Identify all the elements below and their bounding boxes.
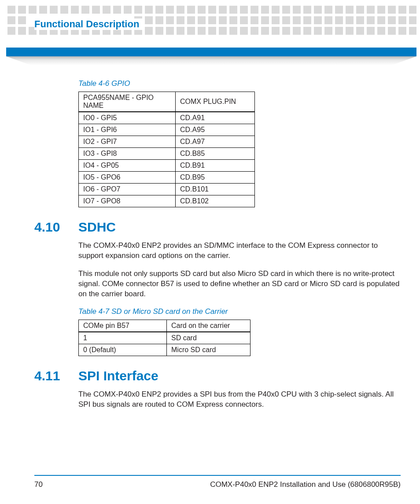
- decor-square: [39, 6, 47, 14]
- table-header-cell: COMe pin B57: [79, 320, 167, 332]
- table-caption-sd: Table 4-7 SD or Micro SD card on the Car…: [78, 307, 401, 316]
- table-cell: CD.B102: [176, 195, 255, 207]
- body-paragraph: The COMX-P40x0 ENP2 provides an SD/MMC i…: [78, 241, 401, 261]
- decor-square: [261, 6, 269, 14]
- decor-square: [177, 6, 184, 14]
- decor-square: [251, 27, 258, 35]
- decor-square: [229, 27, 237, 35]
- decor-square: [377, 6, 385, 14]
- decor-square: [388, 6, 396, 14]
- decor-square: [367, 6, 375, 14]
- table-row: IO3 - GPI8CD.B85: [79, 148, 255, 160]
- decor-square: [388, 27, 396, 35]
- table-gpio: PCA955NAME - GPIO NAME COMX PLUG.PIN IO0…: [78, 92, 255, 207]
- table-cell: CD.A97: [176, 136, 255, 148]
- table-row: IO4 - GP05CD.B91: [79, 160, 255, 172]
- decor-square: [219, 27, 227, 35]
- decor-square: [71, 6, 79, 14]
- decor-square: [251, 6, 258, 14]
- decor-square: [335, 16, 343, 24]
- decor-square: [155, 6, 163, 14]
- section-heading-spi: SPI Interface: [78, 368, 158, 383]
- body-paragraph: This module not only supports SD card bu…: [78, 269, 401, 299]
- table-row: IO6 - GPO7CD.B101: [79, 184, 255, 195]
- decor-square: [282, 6, 290, 14]
- decor-square: [145, 6, 153, 14]
- table-caption-gpio: Table 4-6 GPIO: [78, 79, 401, 88]
- decor-square: [398, 6, 406, 14]
- table-row: IO1 - GPI6CD.A95: [79, 124, 255, 136]
- decor-square: [18, 16, 26, 24]
- table-header-cell: Card on the carrier: [167, 320, 251, 332]
- table-cell: 1: [79, 332, 167, 344]
- decor-square: [187, 16, 195, 24]
- table-cell: IO5 - GPO6: [79, 172, 176, 184]
- decor-square: [314, 6, 322, 14]
- decor-square: [324, 6, 332, 14]
- decor-square: [251, 16, 258, 24]
- decor-square: [50, 6, 58, 14]
- decor-square: [166, 27, 174, 35]
- decor-square: [398, 16, 406, 24]
- decor-square: [145, 16, 153, 24]
- section-number: 4.11: [34, 368, 78, 383]
- decor-square: [240, 16, 248, 24]
- chapter-running-head: Functional Description: [34, 18, 143, 30]
- page-number: 70: [34, 480, 43, 489]
- table-cell: CD.B101: [176, 184, 255, 195]
- decor-square: [409, 27, 416, 35]
- decor-square: [282, 27, 290, 35]
- table-row: IO2 - GPI7CD.A97: [79, 136, 255, 148]
- table-row: IO0 - GPI5CD.A91: [79, 112, 255, 124]
- decor-square: [134, 6, 142, 14]
- table-row: 0 (Default)Micro SD card: [79, 344, 251, 356]
- table-header-cell: COMX PLUG.PIN: [176, 92, 255, 112]
- decor-square: [272, 27, 280, 35]
- decor-square: [166, 6, 174, 14]
- body-paragraph: The COMX-P40x0 ENP2 provides a SPI bus f…: [78, 390, 401, 410]
- decor-square: [303, 16, 311, 24]
- decor-square: [293, 16, 301, 24]
- table-cell: IO7 - GPO8: [79, 195, 176, 207]
- decor-square: [198, 16, 206, 24]
- decor-square: [7, 27, 15, 35]
- decor-square: [177, 16, 184, 24]
- decor-square: [377, 27, 385, 35]
- decor-square: [208, 16, 216, 24]
- decor-square: [219, 6, 227, 14]
- table-row: 1SD card: [79, 332, 251, 344]
- table-row: IO7 - GPO8CD.B102: [79, 195, 255, 207]
- decor-square: [92, 6, 100, 14]
- decor-square: [324, 27, 332, 35]
- decor-square: [356, 27, 364, 35]
- decor-square: [346, 27, 354, 35]
- table-sd-card: COMe pin B57 Card on the carrier 1SD car…: [78, 320, 251, 356]
- decor-square: [7, 6, 15, 14]
- decor-square: [18, 6, 26, 14]
- decor-square: [314, 27, 322, 35]
- decor-square: [155, 16, 163, 24]
- decor-square: [81, 6, 89, 14]
- decor-square: [29, 6, 37, 14]
- table-cell: IO2 - GPI7: [79, 136, 176, 148]
- table-cell: CD.A91: [176, 112, 255, 124]
- decor-square: [272, 16, 280, 24]
- decor-square: [293, 6, 301, 14]
- table-cell: IO4 - GP05: [79, 160, 176, 172]
- table-cell: CD.A95: [176, 124, 255, 136]
- decor-square: [388, 16, 396, 24]
- doc-title-footer: COMX-P40x0 ENP2 Installation and Use (68…: [210, 480, 401, 489]
- table-cell: IO1 - GPI6: [79, 124, 176, 136]
- decor-square: [187, 27, 195, 35]
- header-shadow: [6, 56, 416, 65]
- decor-square: [346, 16, 354, 24]
- decor-square: [356, 6, 364, 14]
- table-cell: CD.B95: [176, 172, 255, 184]
- table-cell: CD.B91: [176, 160, 255, 172]
- table-cell: IO6 - GPO7: [79, 184, 176, 195]
- table-cell: CD.B85: [176, 148, 255, 160]
- decor-square: [314, 16, 322, 24]
- decor-square: [229, 16, 237, 24]
- decor-square: [356, 16, 364, 24]
- decor-square: [18, 27, 26, 35]
